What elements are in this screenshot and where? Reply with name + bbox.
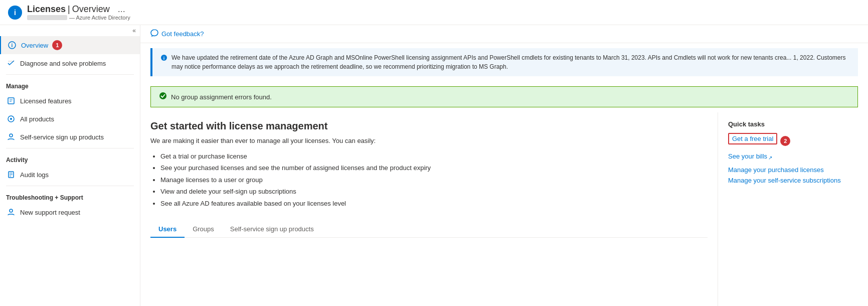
sidebar-item-all-products[interactable]: All products	[0, 110, 140, 128]
header-ellipsis[interactable]: ...	[118, 4, 125, 15]
sidebar-item-self-service[interactable]: Self-service sign up products	[0, 128, 140, 146]
troubleshooting-divider	[6, 186, 134, 186]
page-title-overview: Overview	[72, 4, 110, 15]
success-text: No group assignment errors found.	[171, 93, 272, 101]
audit-logs-icon	[6, 170, 16, 180]
title-separator: |	[68, 4, 70, 15]
licensed-features-icon	[6, 96, 16, 106]
see-bills-link[interactable]: See your bills	[728, 152, 767, 160]
feedback-icon	[150, 29, 158, 39]
licensed-features-label: Licensed features	[20, 97, 72, 105]
overview-icon: i	[7, 40, 17, 50]
all-products-icon	[6, 114, 16, 124]
manage-section-label: Manage	[0, 77, 140, 92]
activity-section-label: Activity	[0, 150, 140, 166]
bullet-2: See your purchased licenses and see the …	[160, 162, 708, 174]
success-icon	[159, 92, 167, 102]
quick-tasks-panel: Quick tasks Get a free trial 2 See your …	[718, 112, 858, 306]
svg-rect-3	[8, 98, 14, 104]
svg-point-8	[10, 134, 13, 137]
success-banner: No group assignment errors found.	[150, 86, 858, 107]
bullet-list: Get a trial or purchase license See your…	[150, 150, 708, 209]
activity-divider	[6, 148, 134, 148]
main-description: We are making it easier than ever to man…	[150, 137, 708, 144]
external-link-icon: ↗	[768, 155, 772, 161]
manage-purchased-link[interactable]: Manage your purchased licenses	[728, 166, 858, 174]
audit-logs-label: Audit logs	[20, 171, 49, 179]
sidebar-item-new-support[interactable]: New support request	[0, 203, 140, 221]
overview-badge: 1	[52, 40, 62, 50]
bullet-1: Get a trial or purchase license	[160, 150, 708, 162]
bullet-3: Manage licenses to a user or group	[160, 174, 708, 186]
content-body: Get started with license management We a…	[140, 112, 868, 306]
tab-groups[interactable]: Groups	[185, 221, 222, 238]
svg-point-7	[10, 118, 12, 120]
sidebar: « i Overview 1 Diagnose and solve proble…	[0, 25, 140, 306]
all-products-label: All products	[20, 115, 54, 123]
feedback-bar: Got feedback?	[140, 25, 868, 43]
get-free-trial-link[interactable]: Get a free trial	[728, 133, 777, 144]
sidebar-collapse-area: «	[0, 25, 140, 36]
tabs-bar: Users Groups Self-service sign up produc…	[150, 221, 708, 238]
sidebar-collapse-button[interactable]: «	[132, 27, 136, 34]
info-banner-icon: i	[160, 54, 167, 64]
feedback-link[interactable]: Got feedback?	[161, 30, 204, 38]
info-banner-text: We have updated the retirement date of t…	[171, 53, 850, 71]
tab-self-service-sign-up[interactable]: Self-service sign up products	[222, 221, 322, 238]
main-title: Get started with license management	[150, 120, 708, 132]
overview-label: Overview	[21, 42, 48, 49]
self-service-icon	[6, 132, 16, 142]
svg-point-16	[159, 92, 166, 99]
svg-text:i: i	[12, 43, 13, 48]
sidebar-item-overview[interactable]: i Overview 1	[0, 36, 140, 54]
diagnose-label: Diagnose and solve problems	[20, 60, 106, 67]
svg-point-13	[10, 209, 13, 212]
page-title-licenses: Licenses	[27, 4, 66, 15]
self-service-label: Self-service sign up products	[20, 133, 104, 141]
sidebar-item-licensed-features[interactable]: Licensed features	[0, 92, 140, 110]
troubleshooting-section-label: Troubleshooting + Support	[0, 188, 140, 203]
page-header: i Licenses | Overview ... — Azure Active…	[0, 0, 868, 25]
sidebar-item-audit-logs[interactable]: Audit logs	[0, 166, 140, 184]
app-icon: i	[8, 6, 22, 20]
bullet-5: See all Azure AD features available base…	[160, 198, 708, 209]
quick-tasks-badge: 2	[780, 136, 790, 146]
info-banner: i We have updated the retirement date of…	[150, 48, 858, 76]
quick-tasks-title: Quick tasks	[728, 120, 858, 128]
new-support-label: New support request	[20, 209, 80, 216]
tenant-label: — Azure Active Directory	[69, 15, 130, 21]
bullet-4: View and delete your self-sign up subscr…	[160, 186, 708, 197]
sidebar-item-diagnose[interactable]: Diagnose and solve problems	[0, 54, 140, 72]
manage-divider	[6, 74, 134, 75]
new-support-icon	[6, 207, 16, 217]
tenant-placeholder	[27, 15, 67, 20]
diagnose-icon	[6, 58, 16, 68]
svg-text:i: i	[163, 56, 165, 61]
main-content: Got feedback? i We have updated the reti…	[140, 25, 868, 306]
manage-self-service-link[interactable]: Manage your self-service subscriptions	[728, 177, 858, 184]
tab-users[interactable]: Users	[150, 221, 185, 238]
content-main: Get started with license management We a…	[150, 112, 708, 306]
